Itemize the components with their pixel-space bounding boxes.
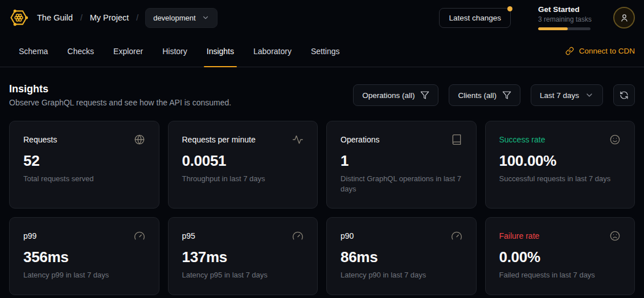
environment-selector[interactable]: development xyxy=(145,8,217,28)
card-title: p90 xyxy=(341,231,354,240)
breadcrumb-separator: / xyxy=(80,13,83,22)
book-icon xyxy=(451,134,462,145)
stat-card-operations: Operations 1 Distinct GraphQL operations… xyxy=(326,121,477,209)
filter-toolbar: Operations (all) Clients (all) Last 7 da… xyxy=(353,84,635,106)
stats-grid: Requests 52 Total requests served Reques… xyxy=(9,121,635,295)
tab-settings[interactable]: Settings xyxy=(301,35,350,67)
card-title: Success rate xyxy=(499,135,545,144)
chevron-down-icon xyxy=(585,91,594,100)
latest-changes-button[interactable]: Latest changes xyxy=(439,8,511,28)
project-nav: Schema Checks Explorer History Insights … xyxy=(0,35,644,67)
user-icon xyxy=(620,13,629,23)
tab-list: Schema Checks Explorer History Insights … xyxy=(9,35,350,67)
clients-filter-button[interactable]: Clients (all) xyxy=(449,84,520,106)
breadcrumb: The Guild / My Project / xyxy=(37,13,138,22)
get-started-progress-bar xyxy=(538,27,590,30)
stat-card-success-rate: Success rate 100.00% Successful requests… xyxy=(485,121,635,209)
clients-filter-label: Clients (all) xyxy=(458,91,497,100)
card-value: 100.00% xyxy=(499,152,621,170)
card-value: 1 xyxy=(341,152,462,170)
period-selector-label: Last 7 days xyxy=(540,91,579,100)
tab-insights[interactable]: Insights xyxy=(197,35,244,67)
tab-explorer[interactable]: Explorer xyxy=(104,35,153,67)
stat-card-p90: p90 86ms Latency p90 in last 7 days xyxy=(326,217,477,295)
card-value: 86ms xyxy=(341,248,462,266)
card-value: 137ms xyxy=(182,248,304,266)
activity-icon xyxy=(292,134,303,145)
card-description: Latency p99 in last 7 days xyxy=(23,270,145,280)
environment-selector-value: development xyxy=(153,14,195,22)
refresh-button[interactable] xyxy=(613,84,635,106)
frown-icon xyxy=(609,230,621,242)
card-title: Requests per minute xyxy=(182,135,256,144)
stat-card-p95: p95 137ms Latency p95 in last 7 days xyxy=(168,217,318,295)
stat-card-requests: Requests 52 Total requests served xyxy=(9,121,159,209)
top-header: The Guild / My Project / development Lat… xyxy=(0,0,644,35)
insights-page: Insights Observe GraphQL requests and se… xyxy=(0,67,644,295)
card-description: Total requests served xyxy=(23,174,145,184)
smile-icon xyxy=(609,134,621,145)
stat-card-p99: p99 356ms Latency p99 in last 7 days xyxy=(9,217,159,295)
card-value: 0.00% xyxy=(499,248,621,266)
card-description: Successful requests in last 7 days xyxy=(499,174,621,184)
period-selector-button[interactable]: Last 7 days xyxy=(531,84,603,106)
breadcrumb-org[interactable]: The Guild xyxy=(37,13,73,22)
card-description: Distinct GraphQL operations in last 7 da… xyxy=(341,174,462,194)
card-value: 356ms xyxy=(23,248,145,266)
section-header: Insights Observe GraphQL requests and se… xyxy=(9,83,635,107)
card-title: Operations xyxy=(341,135,379,144)
get-started-title: Get Started xyxy=(538,5,590,15)
chevron-down-icon xyxy=(202,14,210,22)
tab-history[interactable]: History xyxy=(153,35,197,67)
page-subtitle: Observe GraphQL requests and see how the… xyxy=(9,98,231,107)
get-started-subtitle: 3 remaining tasks xyxy=(538,15,590,23)
card-description: Latency p95 in last 7 days xyxy=(182,270,304,280)
hive-logo-icon[interactable] xyxy=(9,8,28,27)
get-started-progress-fill xyxy=(538,27,568,30)
card-value: 52 xyxy=(23,152,145,170)
link-icon xyxy=(565,47,574,55)
globe-icon xyxy=(134,134,145,145)
tab-schema[interactable]: Schema xyxy=(9,35,58,67)
connect-to-cdn-link[interactable]: Connect to CDN xyxy=(565,35,635,67)
user-avatar[interactable] xyxy=(613,7,635,28)
stat-card-requests-per-minute: Requests per minute 0.0051 Throughput in… xyxy=(168,121,318,209)
gauge-icon xyxy=(451,230,462,242)
page-title: Insights xyxy=(9,83,231,95)
section-titles: Insights Observe GraphQL requests and se… xyxy=(9,83,231,107)
card-description: Latency p90 in last 7 days xyxy=(341,270,462,280)
breadcrumb-project[interactable]: My Project xyxy=(90,13,129,22)
notification-dot xyxy=(507,6,512,11)
latest-changes-label: Latest changes xyxy=(449,14,501,22)
refresh-icon xyxy=(620,91,629,100)
tab-checks[interactable]: Checks xyxy=(58,35,104,67)
get-started-widget[interactable]: Get Started 3 remaining tasks xyxy=(538,5,590,30)
connect-to-cdn-label: Connect to CDN xyxy=(579,47,635,55)
operations-filter-button[interactable]: Operations (all) xyxy=(353,84,438,106)
stat-card-failure-rate: Failure rate 0.00% Failed requests in la… xyxy=(485,217,635,295)
filter-icon xyxy=(502,91,511,100)
tab-laboratory[interactable]: Laboratory xyxy=(244,35,301,67)
card-title: p95 xyxy=(182,231,195,240)
operations-filter-label: Operations (all) xyxy=(362,91,415,100)
card-value: 0.0051 xyxy=(182,152,304,170)
gauge-icon xyxy=(292,230,303,242)
card-description: Failed requests in last 7 days xyxy=(499,270,621,280)
card-title: Requests xyxy=(23,135,57,144)
filter-icon xyxy=(420,91,429,100)
breadcrumb-separator: / xyxy=(136,13,138,22)
card-title: p99 xyxy=(23,231,36,240)
gauge-icon xyxy=(134,230,145,242)
card-description: Throughput in last 7 days xyxy=(182,174,304,184)
card-title: Failure rate xyxy=(499,231,540,240)
